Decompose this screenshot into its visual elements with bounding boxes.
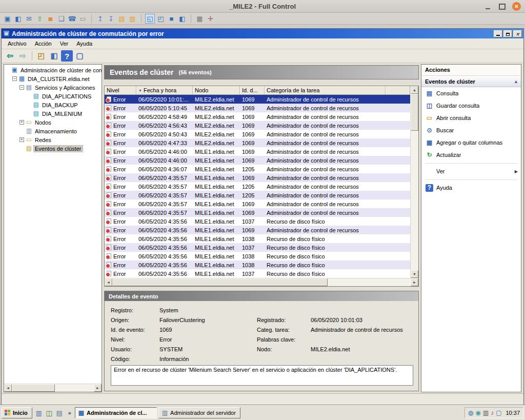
menu-item[interactable]: Ayuda	[72, 39, 96, 48]
scroll-right-icon[interactable]: ►	[411, 278, 418, 286]
viewer-toolbar-icon[interactable]: ✉	[24, 14, 34, 24]
event-row[interactable]: Error 06/05/2020 5:10:45 MILE2.eldia.net…	[105, 104, 410, 112]
viewer-maximize-button[interactable]	[498, 3, 506, 11]
event-row[interactable]: Error 06/05/2020 4:35:56 MILE1.eldia.net…	[105, 261, 410, 269]
event-row[interactable]: Error 06/05/2020 4:35:56 MILE1.eldia.net…	[105, 243, 410, 252]
action-item[interactable]: ↻ Actualizar	[421, 149, 521, 161]
menu-item[interactable]: Ver	[56, 39, 73, 48]
app-toolbar-icon[interactable]: ⇦	[4, 50, 16, 62]
viewer-toolbar-icon[interactable]	[139, 14, 144, 24]
viewer-toolbar-icon[interactable]: ↥	[95, 14, 105, 24]
viewer-toolbar-icon[interactable]: ▥	[128, 14, 137, 24]
tree-item[interactable]: − ▤ Servicios y Aplicaciones	[4, 83, 102, 92]
column-header-categoria[interactable]: Categoría de la tarea	[265, 86, 386, 95]
event-row[interactable]: Error 06/05/2020 4:50:43 MILE2.eldia.net…	[105, 130, 410, 138]
tray-icon[interactable]: ◍	[468, 409, 473, 416]
quick-launch-icon[interactable]: ▤	[54, 408, 65, 418]
column-header-fecha[interactable]: ▼ Fecha y hora	[136, 86, 193, 95]
viewer-toolbar-icon[interactable]	[189, 14, 193, 24]
tray-icon[interactable]: ♪	[491, 409, 494, 416]
scroll-down-icon[interactable]: ▼	[411, 270, 418, 278]
column-header-nodo[interactable]: Nodo	[193, 86, 240, 95]
viewer-toolbar-icon[interactable]: ▣	[3, 14, 12, 24]
taskbar-task-button[interactable]: ▦ Administración de cl...	[75, 407, 157, 418]
scrollbar-thumb[interactable]	[112, 278, 328, 286]
viewer-toolbar-icon[interactable]: ■	[167, 14, 176, 24]
action-item[interactable]: ◫ Guardar consulta	[421, 99, 521, 112]
tray-icon[interactable]: ◉	[475, 409, 480, 416]
tree-expander[interactable]: +	[19, 120, 24, 125]
events-vertical-scrollbar[interactable]: ▲ ▼	[410, 86, 418, 278]
viewer-toolbar-icon[interactable]: ▦	[195, 14, 205, 24]
action-item[interactable]: ⊙ Buscar	[421, 124, 521, 136]
viewer-toolbar-icon[interactable]: ▭	[78, 14, 88, 24]
event-row[interactable]: Error 06/05/2020 4:56:43 MILE2.eldia.net…	[105, 121, 410, 130]
event-row[interactable]: Error 06/05/2020 4:35:57 MILE1.eldia.net…	[105, 191, 410, 199]
scroll-right-icon[interactable]: ►	[94, 384, 102, 392]
app-toolbar-icon[interactable]	[30, 50, 34, 62]
viewer-toolbar-icon[interactable]: ◰	[156, 14, 166, 24]
scroll-left-icon[interactable]: ◄	[105, 278, 112, 286]
tray-icon[interactable]: ▢	[496, 409, 501, 416]
app-toolbar-icon[interactable]: ◧	[48, 50, 60, 62]
event-row[interactable]: Error 06/05/2020 4:35:56 MILE1.eldia.net…	[105, 234, 410, 243]
action-item[interactable]	[421, 177, 521, 182]
viewer-toolbar-icon[interactable]: ◧	[177, 14, 187, 24]
tree-horizontal-scrollbar[interactable]: ◄ ►	[4, 384, 102, 392]
event-row[interactable]: Error 06/05/2020 4:35:56 MILE1.eldia.net…	[105, 217, 410, 226]
tree-item[interactable]: ▤ DIA_APLICATIONS	[4, 92, 102, 101]
tree-item[interactable]: ▤ DIA_MILENIUM	[4, 109, 102, 118]
app-toolbar-icon[interactable]: ▢	[74, 50, 86, 62]
event-row[interactable]: Error 06/05/2020 4:35:57 MILE1.eldia.net…	[105, 208, 410, 217]
tree-item[interactable]: ▣ Administración de clúster de conmu	[4, 66, 102, 74]
collapse-icon[interactable]: ▲	[514, 79, 518, 84]
action-item[interactable]: ▦ Agregar o quitar columnas	[421, 136, 521, 149]
tree-item[interactable]: ▤ DIA_BACKUP	[4, 101, 102, 109]
column-header-nivel[interactable]: Nivel	[105, 86, 136, 95]
events-horizontal-scrollbar[interactable]: ◄ ►	[105, 278, 418, 286]
event-row[interactable]: Error 06/05/2020 10:01:... MILE2.eldia.n…	[105, 95, 410, 104]
tree-item[interactable]: ▤ Eventos de clúster	[4, 144, 102, 153]
scrollbar-thumb[interactable]	[411, 94, 418, 131]
event-row[interactable]: Error 06/05/2020 4:35:56 MILE1.eldia.net…	[105, 252, 410, 261]
viewer-toolbar-icon[interactable]: ❏	[56, 14, 66, 24]
action-item[interactable]: ? Ayuda	[421, 182, 521, 194]
viewer-minimize-button[interactable]	[483, 3, 492, 11]
event-row[interactable]: Error 06/05/2020 4:35:57 MILE1.eldia.net…	[105, 182, 410, 191]
event-row[interactable]: Error 06/05/2020 4:46:00 MILE1.eldia.net…	[105, 147, 410, 156]
event-row[interactable]: Error 06/05/2020 4:35:57 MILE1.eldia.net…	[105, 173, 410, 182]
tree-expander[interactable]: +	[19, 137, 24, 142]
tree-item[interactable]: + ▭ Redes	[4, 135, 102, 144]
scrollbar-thumb[interactable]	[12, 384, 55, 392]
action-item[interactable]: ▤ Consulta	[421, 87, 521, 99]
scroll-left-icon[interactable]: ◄	[4, 384, 12, 392]
taskbar-clock[interactable]: 10:37	[506, 410, 520, 416]
action-item[interactable]: Ver ▶	[421, 165, 521, 177]
quick-launch-chevron[interactable]: »	[66, 410, 73, 416]
viewer-close-button[interactable]: ✕	[512, 2, 521, 11]
tree-expander[interactable]: −	[19, 85, 24, 90]
viewer-toolbar-icon[interactable]: ⇧	[35, 14, 45, 24]
event-row[interactable]: Error 06/05/2020 4:46:00 MILE1.eldia.net…	[105, 156, 410, 165]
viewer-toolbar-icon[interactable]: ☎	[67, 14, 77, 24]
start-button[interactable]: Inicio	[2, 407, 32, 418]
event-row[interactable]: Error 06/05/2020 4:58:49 MILE2.eldia.net…	[105, 112, 410, 121]
app-restore-button[interactable]	[503, 30, 512, 37]
taskbar-task-button[interactable]: ▥ Administrador del servidor	[158, 407, 240, 418]
event-row[interactable]: Error 06/05/2020 4:35:56 MILE1.eldia.net…	[105, 226, 410, 234]
tray-icon[interactable]: ▥	[483, 409, 489, 416]
app-toolbar-icon[interactable]: ⇨	[17, 50, 29, 62]
event-row[interactable]: Error 06/05/2020 4:36:07 MILE1.eldia.net…	[105, 165, 410, 173]
event-row[interactable]: Error 06/05/2020 4:47:33 MILE2.eldia.net…	[105, 138, 410, 147]
action-item[interactable]	[421, 161, 521, 165]
event-row[interactable]: Error 06/05/2020 4:35:57 MILE1.eldia.net…	[105, 199, 410, 208]
tree-item[interactable]: − ▦ DIA_CLUSTER.eldia.net	[4, 74, 102, 83]
action-item[interactable]: ▭ Abrir consulta	[421, 112, 521, 124]
app-titlebar[interactable]: ▦ Administración de clúster de conmutaci…	[2, 29, 523, 38]
event-row[interactable]: Error 06/05/2020 4:35:56 MILE1.eldia.net…	[105, 269, 410, 278]
actions-section-header[interactable]: Eventos de clúster ▲	[421, 76, 521, 87]
tree-item[interactable]: ▥ Almacenamiento	[4, 127, 102, 135]
quick-launch-icon[interactable]: ▥	[34, 408, 44, 418]
viewer-toolbar-icon[interactable]	[89, 14, 94, 24]
viewer-toolbar-icon[interactable]: ◙	[46, 14, 55, 24]
